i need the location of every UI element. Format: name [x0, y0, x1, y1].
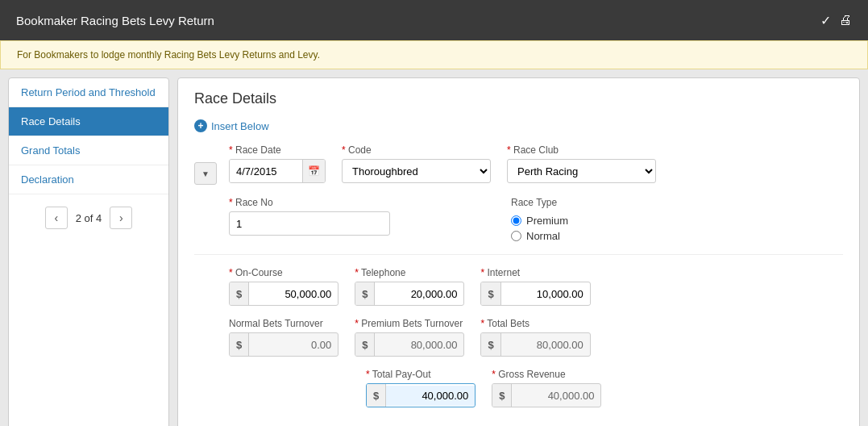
print-icon[interactable]: 🖨 — [839, 13, 852, 27]
next-page-button[interactable]: › — [110, 207, 132, 229]
on-course-group: * On-Course $ — [229, 267, 338, 306]
total-payout-input-wrapper: $ — [366, 383, 476, 407]
gross-revenue-input-wrapper: $ — [492, 383, 601, 407]
main-container: Return Period and Threshold Race Details… — [8, 77, 860, 426]
form-row-4: Normal Bets Turnover $ * Premium Bets Tu… — [229, 318, 843, 357]
internet-input[interactable] — [501, 284, 590, 304]
sidebar-item-grand-totals[interactable]: Grand Totals — [9, 136, 168, 165]
race-type-normal-label: Normal — [526, 230, 560, 242]
gross-revenue-input[interactable] — [512, 386, 600, 406]
race-club-select[interactable]: Perth Racing Other — [507, 159, 656, 183]
header-actions: ✓ 🖨 — [820, 13, 852, 28]
on-course-label: * On-Course — [229, 267, 338, 278]
plus-icon: + — [194, 119, 207, 132]
race-date-input[interactable] — [230, 159, 302, 183]
normal-bets-input[interactable] — [249, 335, 338, 355]
race-club-label: * Race Club — [507, 144, 656, 156]
sidebar-item-return-period[interactable]: Return Period and Threshold — [9, 78, 168, 107]
race-type-normal-option[interactable]: Normal — [511, 230, 568, 242]
calendar-icon[interactable]: 📅 — [302, 160, 325, 182]
insert-below-label: Insert Below — [211, 120, 269, 132]
sidebar: Return Period and Threshold Race Details… — [8, 77, 169, 426]
telephone-group: * Telephone $ — [355, 267, 464, 306]
sidebar-item-declaration[interactable]: Declaration — [9, 165, 168, 194]
pagination: ‹ 2 of 4 › — [9, 198, 168, 237]
race-no-input[interactable] — [229, 211, 390, 236]
info-bar: For Bookmakers to lodge monthly Racing B… — [0, 40, 868, 69]
internet-currency-symbol: $ — [481, 282, 500, 305]
normal-bets-currency-symbol: $ — [230, 333, 249, 356]
gross-revenue-label: * Gross Revenue — [492, 369, 601, 380]
race-no-label: * Race No — [229, 197, 390, 208]
race-date-label: * Race Date — [229, 144, 326, 156]
total-payout-group: * Total Pay-Out $ — [366, 369, 476, 407]
total-bets-input-wrapper: $ — [480, 332, 590, 357]
info-text: For Bookmakers to lodge monthly Racing B… — [17, 49, 320, 61]
race-type-premium-label: Premium — [526, 215, 568, 227]
premium-bets-input[interactable] — [375, 335, 463, 355]
race-date-input-wrapper: 📅 — [229, 159, 326, 183]
insert-below-button[interactable]: + Insert Below — [194, 119, 843, 132]
race-date-group: * Race Date 📅 — [229, 144, 326, 183]
normal-bets-label: Normal Bets Turnover — [229, 318, 338, 329]
total-payout-label: * Total Pay-Out — [366, 369, 476, 380]
total-bets-currency-symbol: $ — [481, 333, 500, 356]
check-icon[interactable]: ✓ — [820, 13, 831, 28]
prev-page-button[interactable]: ‹ — [45, 207, 68, 229]
panel-title: Race Details — [194, 90, 843, 107]
race-club-group: * Race Club Perth Racing Other — [507, 144, 656, 183]
normal-bets-group: Normal Bets Turnover $ — [229, 318, 338, 357]
premium-bets-currency-symbol: $ — [355, 333, 375, 356]
normal-bets-input-wrapper: $ — [229, 332, 338, 357]
total-bets-label: * Total Bets — [480, 318, 590, 329]
code-label: * Code — [342, 144, 491, 156]
total-payout-currency-symbol: $ — [367, 384, 386, 407]
row-toggle-button[interactable]: ▼ — [194, 162, 217, 185]
form-row-1: ▼ * Race Date 📅 * Code — [194, 144, 843, 185]
code-group: * Code Thoroughbred Harness Greyhound — [342, 144, 491, 183]
race-type-premium-option[interactable]: Premium — [511, 215, 568, 227]
form-row-3: * On-Course $ * Telephone $ — [229, 267, 843, 306]
internet-label: * Internet — [480, 267, 590, 278]
race-type-group: Race Type Premium Normal — [511, 197, 568, 242]
content-panel: Race Details + Insert Below ▼ * Race Dat… — [177, 77, 860, 426]
premium-bets-group: * Premium Bets Turnover $ — [355, 318, 464, 357]
page-indicator: 2 of 4 — [76, 212, 102, 224]
app-title: Bookmaker Racing Bets Levy Return — [16, 14, 214, 27]
code-select[interactable]: Thoroughbred Harness Greyhound — [342, 159, 491, 183]
internet-group: * Internet $ — [480, 267, 590, 306]
app-header: Bookmaker Racing Bets Levy Return ✓ 🖨 — [0, 0, 868, 40]
total-bets-input[interactable] — [501, 335, 590, 355]
race-no-group: * Race No — [229, 197, 390, 236]
total-payout-input[interactable] — [386, 386, 475, 406]
race-type-label: Race Type — [511, 197, 568, 208]
gross-revenue-group: * Gross Revenue $ — [492, 369, 601, 407]
form-row-5: * Total Pay-Out $ * Gross Revenue $ — [229, 369, 843, 407]
race-type-premium-radio[interactable] — [511, 215, 521, 226]
premium-bets-input-wrapper: $ — [355, 332, 464, 357]
section-divider — [194, 254, 843, 255]
on-course-currency-symbol: $ — [230, 282, 249, 305]
form-row-2: * Race No Race Type Premium Normal — [229, 197, 843, 242]
telephone-input[interactable] — [375, 284, 463, 304]
race-type-normal-radio[interactable] — [511, 231, 521, 241]
sidebar-item-race-details[interactable]: Race Details — [9, 107, 168, 136]
telephone-label: * Telephone — [355, 267, 464, 278]
internet-input-wrapper: $ — [480, 282, 590, 306]
telephone-currency-symbol: $ — [355, 282, 375, 305]
total-bets-group: * Total Bets $ — [480, 318, 590, 357]
on-course-input-wrapper: $ — [229, 282, 338, 306]
gross-revenue-currency-symbol: $ — [492, 384, 512, 407]
on-course-input[interactable] — [249, 284, 338, 304]
premium-bets-label: * Premium Bets Turnover — [355, 318, 464, 329]
telephone-input-wrapper: $ — [355, 282, 464, 306]
